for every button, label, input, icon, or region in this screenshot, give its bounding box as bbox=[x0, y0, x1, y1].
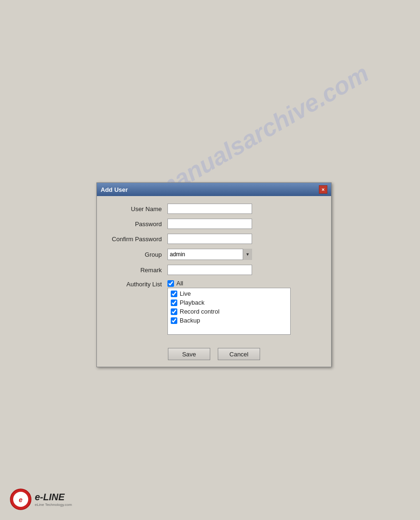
authority-backup-label: Backup bbox=[180, 317, 200, 324]
close-button[interactable]: × bbox=[319, 185, 327, 194]
password-input[interactable] bbox=[167, 219, 252, 229]
remark-input[interactable] bbox=[167, 265, 252, 275]
authority-list-inner: Live Playback Record control bbox=[171, 290, 287, 324]
dialog-titlebar: Add User × bbox=[97, 183, 331, 196]
remark-row: Remark bbox=[106, 265, 322, 275]
authority-live-label: Live bbox=[180, 290, 191, 297]
authority-backup-item: Backup bbox=[171, 317, 287, 324]
authority-row: Authority List All L bbox=[106, 280, 322, 335]
authority-live-item: Live bbox=[171, 290, 287, 297]
logo-subtitle: eLine Technology.com bbox=[35, 503, 72, 507]
username-input[interactable] bbox=[167, 204, 252, 214]
save-button[interactable]: Save bbox=[168, 348, 210, 360]
group-row: Group admin user operator ▼ bbox=[106, 249, 322, 260]
authority-all-checkbox[interactable] bbox=[167, 280, 174, 287]
authority-label: Authority List bbox=[106, 280, 167, 288]
logo-icon: e bbox=[9, 488, 32, 511]
authority-all-item: All bbox=[167, 280, 183, 287]
authority-playback-item: Playback bbox=[171, 299, 287, 306]
dialog-footer: Save Cancel bbox=[97, 343, 331, 367]
group-select-wrapper: admin user operator ▼ bbox=[167, 249, 252, 260]
password-label: Password bbox=[106, 221, 167, 228]
authority-live-checkbox[interactable] bbox=[171, 291, 177, 297]
add-user-dialog: Add User × User Name Password Confirm Pa… bbox=[96, 182, 332, 367]
page-background: manualsarchive.com Add User × User Name … bbox=[0, 0, 420, 520]
logo-brand: e-LINE bbox=[35, 492, 72, 502]
authority-all-label: All bbox=[176, 280, 183, 287]
authority-playback-checkbox[interactable] bbox=[171, 299, 177, 306]
authority-record-checkbox[interactable] bbox=[171, 308, 177, 315]
remark-label: Remark bbox=[106, 267, 167, 274]
confirm-password-label: Confirm Password bbox=[106, 236, 167, 243]
authority-record-label: Record control bbox=[180, 308, 220, 315]
username-label: User Name bbox=[106, 205, 167, 213]
dialog-body: User Name Password Confirm Password Grou… bbox=[97, 196, 331, 343]
group-label: Group bbox=[106, 251, 167, 258]
authority-scrollbox[interactable]: Live Playback Record control bbox=[167, 288, 291, 335]
authority-playback-label: Playback bbox=[180, 299, 205, 306]
close-icon: × bbox=[322, 187, 325, 192]
svg-text:e: e bbox=[19, 496, 23, 504]
group-select[interactable]: admin user operator bbox=[167, 249, 252, 260]
username-row: User Name bbox=[106, 204, 322, 214]
confirm-password-row: Confirm Password bbox=[106, 234, 322, 244]
authority-record-item: Record control bbox=[171, 308, 287, 315]
authority-backup-checkbox[interactable] bbox=[171, 317, 177, 324]
confirm-password-input[interactable] bbox=[167, 234, 252, 244]
password-row: Password bbox=[106, 219, 322, 229]
authority-list-container: All Live Playback bbox=[167, 280, 294, 335]
dialog-title: Add User bbox=[101, 186, 128, 193]
logo-text-area: e-LINE eLine Technology.com bbox=[35, 492, 72, 507]
cancel-button[interactable]: Cancel bbox=[218, 348, 260, 360]
authority-all-row: All bbox=[167, 280, 294, 287]
logo-area: e e-LINE eLine Technology.com bbox=[9, 488, 72, 511]
